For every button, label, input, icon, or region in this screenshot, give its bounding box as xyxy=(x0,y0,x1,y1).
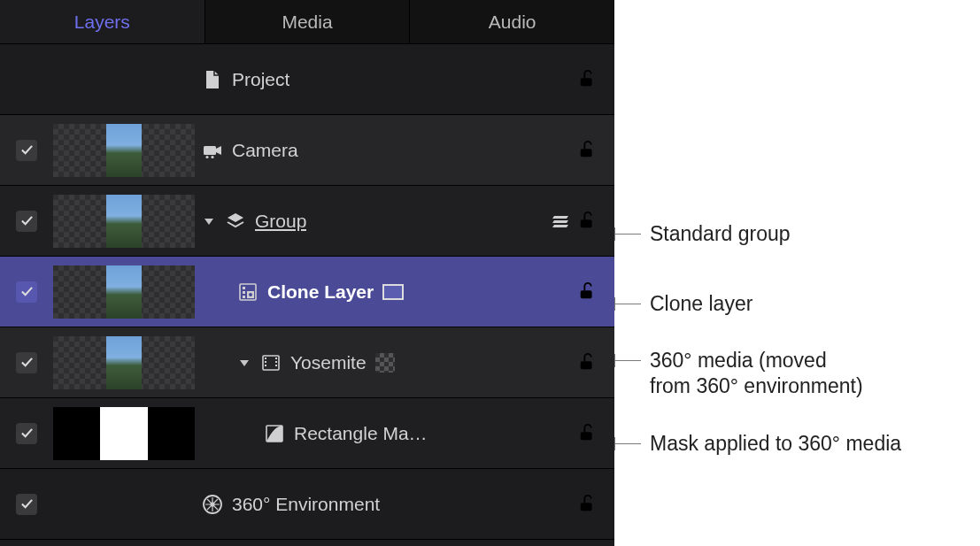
lock-icon[interactable] xyxy=(577,70,598,89)
lock-icon[interactable] xyxy=(577,495,598,514)
visibility-checkbox[interactable] xyxy=(16,494,37,515)
annotation-group: Standard group xyxy=(650,221,791,247)
file-icon xyxy=(202,69,223,90)
panel-tabs: Layers Media Audio xyxy=(0,0,614,44)
lock-icon[interactable] xyxy=(577,282,598,302)
layer-row-project[interactable]: Project xyxy=(0,44,614,115)
lock-icon[interactable] xyxy=(577,353,598,373)
tab-layers[interactable]: Layers xyxy=(0,0,205,43)
layer-row-mask[interactable]: Rectangle Ma… xyxy=(0,398,614,469)
disclosure-toggle[interactable] xyxy=(237,356,251,370)
layer-label: Rectangle Ma… xyxy=(294,423,428,444)
visibility-checkbox[interactable] xyxy=(16,423,37,444)
annotation-mask: Mask applied to 360° media xyxy=(650,431,901,457)
visibility-checkbox[interactable] xyxy=(16,281,37,303)
camera-icon xyxy=(202,140,223,161)
layers-panel: Layers Media Audio Project Camera xyxy=(0,0,614,546)
layers-icon xyxy=(225,211,246,232)
tab-audio[interactable]: Audio xyxy=(410,0,614,43)
layer-label: 360° Environment xyxy=(232,494,380,515)
annotation-clone: Clone layer xyxy=(650,291,752,317)
alpha-badge-icon xyxy=(375,353,395,373)
layer-label: Yosemite xyxy=(290,352,367,373)
annotation-panel: Standard group Clone layer 360° media (m… xyxy=(614,0,980,546)
stack-icon xyxy=(551,211,572,232)
thumbnail xyxy=(53,195,195,248)
layer-row-camera[interactable]: Camera xyxy=(0,115,614,186)
layer-row-group[interactable]: Group xyxy=(0,186,614,257)
layer-row-360-env[interactable]: 360° Environment xyxy=(0,469,614,540)
layer-row-clone[interactable]: Clone Layer xyxy=(0,257,614,327)
clone-badge-icon xyxy=(382,284,404,300)
visibility-checkbox[interactable] xyxy=(16,140,37,161)
lock-icon[interactable] xyxy=(577,424,598,443)
sphere-360-icon xyxy=(202,494,223,515)
thumbnail xyxy=(53,124,195,177)
filmstrip-icon xyxy=(260,352,282,373)
visibility-checkbox[interactable] xyxy=(16,352,37,373)
disclosure-toggle[interactable] xyxy=(202,214,216,228)
mask-icon xyxy=(264,423,285,444)
lock-icon[interactable] xyxy=(577,211,598,231)
lock-icon[interactable] xyxy=(577,141,598,160)
clone-icon xyxy=(237,281,259,303)
layer-label: Project xyxy=(232,69,289,90)
thumbnail xyxy=(53,407,195,460)
thumbnail xyxy=(53,336,195,389)
tab-media[interactable]: Media xyxy=(205,0,411,43)
layer-label: Camera xyxy=(232,140,298,161)
layer-label: Clone Layer xyxy=(267,281,374,303)
layer-label: Group xyxy=(255,211,306,232)
visibility-checkbox[interactable] xyxy=(16,211,37,232)
layer-row-yosemite[interactable]: Yosemite xyxy=(0,327,614,398)
annotation-media360: 360° media (moved from 360° environment) xyxy=(650,348,863,399)
thumbnail xyxy=(53,265,195,319)
